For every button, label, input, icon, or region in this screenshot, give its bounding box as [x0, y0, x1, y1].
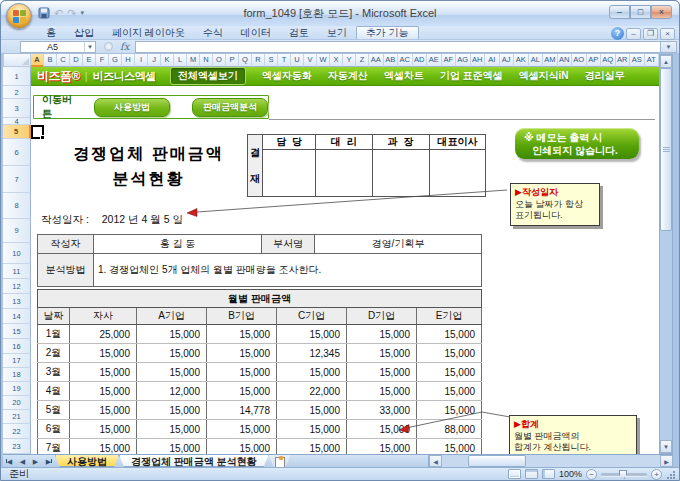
zoom-slider[interactable] [601, 473, 647, 476]
ribbon-tab-데이터[interactable]: 데이터 [232, 26, 280, 39]
method-value[interactable]: 1. 경쟁업체인 5개 업체의 월별 판매량을 조사한다. [94, 254, 482, 287]
name-box[interactable]: A5 ▼ [20, 41, 96, 53]
workbook-close-button[interactable]: × [660, 28, 675, 40]
row-header-6[interactable]: 6 [3, 139, 31, 166]
sales-cell[interactable]: 15,000 [70, 439, 137, 455]
column-header-AR[interactable]: AR [616, 54, 631, 67]
addin-menu-item-엑셀차트[interactable]: 엑셀차트 [384, 69, 424, 83]
sales-cell[interactable]: 15,000 [277, 325, 347, 344]
sales-cell[interactable]: 12,000 [137, 382, 207, 401]
row-header-20[interactable]: 20 [3, 396, 31, 410]
row-header-19[interactable]: 19 [3, 382, 31, 396]
row-header-9[interactable]: 9 [3, 219, 31, 243]
sales-cell[interactable]: 15,000 [347, 420, 417, 439]
column-header-Y[interactable]: Y [343, 54, 356, 67]
column-header-A[interactable]: A [31, 54, 44, 67]
row-header-10[interactable]: 10 [3, 243, 31, 264]
row-header-7[interactable]: 7 [3, 166, 31, 193]
writer-value[interactable]: 홍 길 동 [94, 235, 262, 254]
addin-menu-item-전체엑셀보기[interactable]: 전체엑셀보기 [170, 67, 246, 85]
approval-sign-cell[interactable] [316, 150, 372, 197]
sheet-tab-경쟁업체 판매금액 분석현황[interactable]: 경쟁업체 판매금액 분석현황 [119, 455, 269, 467]
minimize-button[interactable]: – [609, 5, 630, 19]
column-header-C[interactable]: C [57, 54, 70, 67]
column-header-S[interactable]: S [265, 54, 278, 67]
column-header-M[interactable]: M [187, 54, 200, 67]
sales-cell[interactable]: 15,000 [417, 382, 482, 401]
sales-cell[interactable]: 15,000 [277, 363, 347, 382]
column-header-AC[interactable]: AC [398, 54, 413, 67]
horizontal-scroll-track[interactable] [442, 455, 660, 467]
sales-cell[interactable]: 15,000 [137, 439, 207, 455]
sales-cell[interactable]: 3월 [38, 363, 70, 382]
column-header-D[interactable]: D [70, 54, 83, 67]
resize-grip[interactable] [666, 470, 675, 479]
sales-cell[interactable]: 1월 [38, 325, 70, 344]
sales-cell[interactable]: 5월 [38, 401, 70, 420]
row-header-17[interactable]: 17 [3, 354, 31, 368]
addin-menu-item-엑셀지식iN[interactable]: 엑셀지식iN [518, 69, 568, 83]
ribbon-tab-홈[interactable]: 홈 [37, 26, 65, 39]
sales-cell[interactable]: 15,000 [137, 401, 207, 420]
sales-cell[interactable]: 15,000 [347, 344, 417, 363]
sales-cell[interactable]: 6월 [38, 420, 70, 439]
ribbon-tab-보기[interactable]: 보기 [318, 26, 356, 39]
sheet-nav-last-icon[interactable]: ▶ [42, 455, 55, 467]
insert-worksheet-tab[interactable] [269, 455, 291, 467]
sales-cell[interactable]: 15,000 [137, 325, 207, 344]
column-header-I[interactable]: I [135, 54, 148, 67]
column-header-AJ[interactable]: AJ [500, 54, 515, 67]
view-page-break-button[interactable] [542, 469, 555, 479]
row-header-11[interactable]: 11 [3, 264, 31, 279]
sales-cell[interactable]: 4월 [38, 382, 70, 401]
row-header-16[interactable]: 16 [3, 339, 31, 354]
sales-cell[interactable]: 88,000 [417, 420, 482, 439]
column-header-X[interactable]: X [330, 54, 343, 67]
zoom-out-button[interactable]: − [586, 469, 597, 480]
row-header-2[interactable]: 2 [3, 86, 31, 99]
name-box-dropdown-icon[interactable]: ▼ [84, 42, 95, 52]
addin-menu-item-경리실무[interactable]: 경리실무 [584, 69, 624, 83]
sales-cell[interactable]: 15,000 [70, 363, 137, 382]
row-header-3[interactable]: 3 [3, 99, 31, 118]
sales-cell[interactable]: 15,000 [207, 420, 277, 439]
sales-cell[interactable]: 15,000 [347, 439, 417, 455]
column-header-AA[interactable]: AA [369, 54, 384, 67]
sales-cell[interactable]: 15,000 [207, 325, 277, 344]
column-header-Z[interactable]: Z [356, 54, 369, 67]
column-header-T[interactable]: T [278, 54, 291, 67]
column-header-J[interactable]: J [148, 54, 161, 67]
column-header-H[interactable]: H [122, 54, 135, 67]
sales-cell[interactable]: 15,000 [277, 439, 347, 455]
column-header-L[interactable]: L [174, 54, 187, 67]
row-header-1[interactable]: 1 [3, 67, 31, 86]
column-header-AN[interactable]: AN [558, 54, 573, 67]
column-header-E[interactable]: E [83, 54, 96, 67]
column-header-P[interactable]: P [226, 54, 239, 67]
expand-formula-bar-icon[interactable]: ▼ [660, 41, 677, 53]
dept-value[interactable]: 경영/기획부 [315, 235, 482, 254]
nav-button-사용방법[interactable]: 사용방법 [94, 98, 170, 117]
nav-button-판매금액분석[interactable]: 판매금액분석 [192, 98, 268, 117]
undo-icon[interactable]: ↶ [54, 6, 63, 20]
row-header-15[interactable]: 15 [3, 324, 31, 339]
column-header-AE[interactable]: AE [427, 54, 442, 67]
view-page-layout-button[interactable] [525, 469, 538, 479]
view-normal-button[interactable] [508, 469, 521, 479]
ribbon-tab-페이지 레이아웃[interactable]: 페이지 레이아웃 [103, 26, 194, 39]
workbook-minimize-button[interactable]: – [626, 28, 641, 40]
column-header-AI[interactable]: AI [485, 54, 500, 67]
sales-cell[interactable]: 14,778 [207, 401, 277, 420]
sales-cell[interactable]: 15,000 [137, 420, 207, 439]
sales-header-B기업[interactable]: B기업 [207, 308, 277, 325]
sales-cell[interactable]: 25,000 [70, 325, 137, 344]
approval-sign-cell[interactable] [263, 150, 316, 197]
sales-cell[interactable]: 15,000 [347, 363, 417, 382]
qat-dropdown-icon[interactable]: ▾ [80, 9, 84, 17]
column-header-V[interactable]: V [304, 54, 317, 67]
column-header-AL[interactable]: AL [529, 54, 544, 67]
vertical-scrollbar[interactable]: ▲ ▼ [659, 54, 673, 454]
addin-menu-item-자동계산[interactable]: 자동계산 [328, 69, 368, 83]
sheet-nav-next-icon[interactable]: ▶ [29, 455, 42, 467]
select-all-corner[interactable] [3, 54, 31, 67]
